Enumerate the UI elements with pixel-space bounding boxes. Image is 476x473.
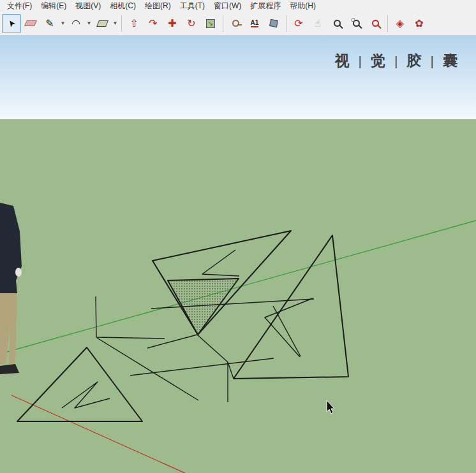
zoom-window-icon — [353, 20, 360, 27]
shape-tool-combo: ▼ — [93, 14, 119, 33]
menu-extensions[interactable]: 扩展程序 — [246, 0, 285, 12]
rotate-tool-button[interactable]: ↻ — [182, 14, 201, 33]
push-pull-icon: ⇧ — [130, 18, 138, 29]
paint-bucket-icon — [269, 19, 278, 27]
shape-tool-dropdown[interactable]: ▼ — [112, 14, 119, 33]
edge-line[interactable] — [62, 382, 110, 408]
figure-shoes — [0, 364, 19, 374]
move-tool-button[interactable]: ✚ — [163, 14, 182, 33]
edge-line[interactable] — [130, 358, 274, 375]
sketchup-window: 文件(F) 编辑(E) 视图(V) 相机(C) 绘图(R) 工具(T) 窗口(W… — [0, 0, 476, 473]
figure-pants — [0, 293, 17, 365]
zoom-extents-tool-button[interactable] — [366, 14, 385, 33]
toolbar-separator — [286, 15, 286, 32]
edge-line[interactable] — [147, 335, 197, 348]
line-tool-combo: ✎ ▼ — [40, 14, 66, 33]
tape-measure-tool-button[interactable] — [226, 14, 245, 33]
rotate-icon: ↻ — [187, 18, 195, 29]
orbit-icon: ⟳ — [294, 18, 302, 29]
orbit-tool-button[interactable]: ⟳ — [289, 14, 308, 33]
push-pull-tool-button[interactable]: ⇧ — [124, 14, 144, 33]
menu-window[interactable]: 窗口(W) — [209, 0, 246, 12]
extra-tool-2-button[interactable]: ✿ — [410, 14, 429, 33]
figure-hand — [15, 268, 22, 277]
text-tool-icon: A1 — [251, 19, 259, 27]
line-tool-dropdown[interactable]: ▼ — [59, 14, 66, 33]
arc-tool-button[interactable]: ◠ — [66, 14, 86, 33]
parallelogram-icon — [96, 20, 108, 27]
select-tool-button[interactable]: ➤ — [2, 14, 21, 33]
extra-tool-1-button[interactable]: ◈ — [390, 14, 410, 33]
arc-tool-dropdown[interactable]: ▼ — [86, 14, 93, 33]
select-arrow-icon: ➤ — [5, 17, 18, 29]
scale-icon: ↘ — [206, 19, 215, 28]
eraser-icon — [24, 20, 37, 26]
toolbar: ➤ ✎ ▼ ◠ ▼ ▼ ⇧ ↷ — [0, 11, 476, 36]
menu-draw[interactable]: 绘图(R) — [140, 0, 175, 12]
menu-edit[interactable]: 编辑(E) — [36, 0, 71, 12]
text-tool-button[interactable]: A1 — [245, 14, 264, 33]
shape-tool-button[interactable] — [93, 14, 112, 33]
pan-hand-icon: ☝ — [315, 18, 321, 29]
triangle-face-bottom-left[interactable] — [17, 347, 142, 421]
zoom-window-tool-button[interactable] — [346, 14, 366, 33]
diamond-icon: ◈ — [396, 18, 404, 29]
edge-line[interactable] — [202, 250, 239, 276]
toolbar-separator — [121, 15, 122, 32]
menu-view[interactable]: 视图(V) — [71, 0, 105, 12]
move-icon: ✚ — [168, 18, 176, 29]
menu-bar: 文件(F) 编辑(E) 视图(V) 相机(C) 绘图(R) 工具(T) 窗口(W… — [0, 0, 476, 11]
menu-tools[interactable]: 工具(T) — [175, 0, 209, 12]
follow-me-tool-button[interactable]: ↷ — [144, 14, 163, 33]
tape-measure-icon — [232, 20, 239, 27]
follow-me-icon: ↷ — [149, 18, 157, 29]
eraser-tool-button[interactable] — [21, 14, 40, 33]
viewport-3d[interactable]: 视 | 觉 | 胶 | 囊 — [0, 36, 476, 473]
pencil-icon: ✎ — [45, 18, 54, 29]
menu-file[interactable]: 文件(F) — [3, 0, 36, 12]
red-axis — [11, 395, 225, 473]
zoom-extents-icon — [372, 20, 379, 27]
green-axis — [0, 221, 476, 354]
mouse-cursor — [327, 400, 334, 414]
menu-camera[interactable]: 相机(C) — [105, 0, 140, 12]
edge-line[interactable] — [265, 298, 313, 357]
swirl-icon: ✿ — [415, 18, 423, 29]
toolbar-separator — [387, 15, 388, 32]
model-scene — [0, 36, 476, 473]
zoom-tool-button[interactable] — [327, 14, 346, 33]
zoom-icon — [334, 20, 341, 27]
paint-bucket-tool-button[interactable] — [264, 14, 283, 33]
line-tool-button[interactable]: ✎ — [40, 14, 59, 33]
scale-tool-button[interactable]: ↘ — [201, 14, 220, 33]
pan-tool-button[interactable]: ☝ — [308, 14, 327, 33]
toolbar-separator — [223, 15, 223, 32]
arc-tool-combo: ◠ ▼ — [66, 14, 93, 33]
menu-help[interactable]: 帮助(H) — [285, 0, 320, 12]
arc-icon: ◠ — [71, 18, 80, 29]
figure-shirt — [0, 203, 22, 296]
